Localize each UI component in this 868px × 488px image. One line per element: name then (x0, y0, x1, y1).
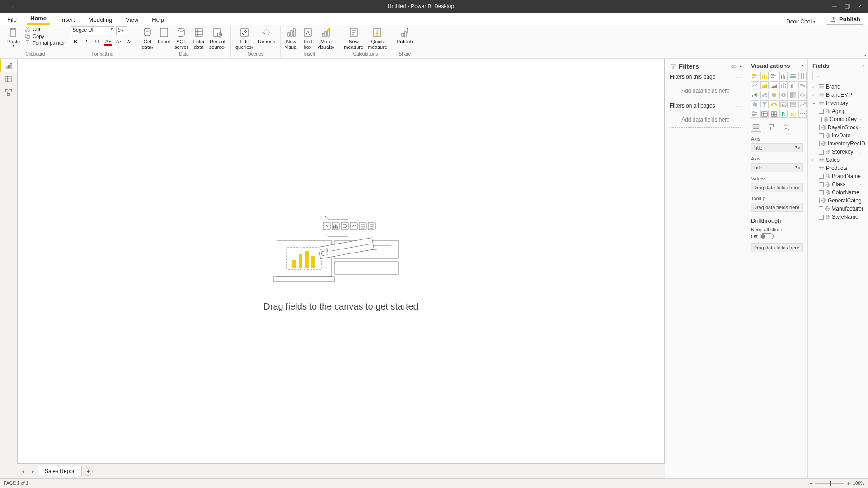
viz-clustered-column-icon[interactable] (779, 72, 788, 80)
viz-format-tab[interactable] (766, 122, 776, 132)
report-canvas[interactable]: Drag fields to the canvas to get started (17, 59, 665, 464)
page-tab[interactable]: Sales Report (39, 466, 82, 476)
remove-icon[interactable]: × (798, 145, 801, 150)
restore-button[interactable] (841, 0, 854, 13)
viz-100-stacked-column-icon[interactable] (798, 72, 807, 80)
field-checkbox[interactable] (819, 215, 824, 220)
viz-slicer-icon[interactable] (751, 110, 759, 118)
more-visuals-button[interactable]: More visuals (316, 26, 337, 50)
viz-funnel-icon[interactable] (760, 100, 769, 108)
viz-line-column-icon[interactable] (779, 81, 788, 89)
more-icon[interactable]: ··· (736, 74, 741, 80)
field-checkbox[interactable] (819, 198, 820, 203)
excel-button[interactable]: Excel (156, 26, 172, 44)
viz-line-icon[interactable] (751, 81, 759, 89)
eye-icon[interactable] (731, 63, 737, 70)
publish-button[interactable]: Publish (395, 26, 415, 44)
field-node[interactable]: DaysInStock··· (812, 123, 863, 131)
viz-card-icon[interactable]: 123 (779, 100, 788, 108)
menu-home[interactable]: Home (27, 13, 50, 25)
fields-search-input[interactable] (812, 71, 863, 80)
ribbon-collapse-icon[interactable] (864, 53, 866, 57)
axis-well-2[interactable]: Title× (751, 163, 803, 172)
format-painter-button[interactable]: Format painter (24, 40, 65, 46)
field-checkbox[interactable] (819, 125, 820, 130)
sql-server-button[interactable]: SQL server (173, 26, 190, 50)
viz-analytics-tab[interactable] (782, 122, 792, 132)
field-checkbox[interactable] (819, 174, 824, 179)
viz-matrix-icon[interactable] (770, 110, 778, 118)
viz-map-icon[interactable] (798, 91, 807, 99)
viz-100-stacked-bar-icon[interactable] (789, 72, 797, 80)
viz-kpi-icon[interactable] (798, 100, 807, 108)
font-size-select[interactable]: 9 (116, 26, 127, 35)
viz-stacked-area-icon[interactable] (770, 81, 778, 89)
italic-button[interactable]: I (82, 37, 91, 46)
zoom-control[interactable]: − + 100% (809, 480, 864, 487)
menu-view[interactable]: View (122, 14, 142, 25)
field-checkbox[interactable] (819, 190, 824, 195)
axis-well-1[interactable]: Title× (751, 143, 803, 152)
zoom-slider[interactable] (815, 483, 844, 484)
viz-waterfall-icon[interactable] (751, 91, 759, 99)
more-icon[interactable]: ··· (859, 124, 865, 131)
viz-stacked-bar-icon[interactable] (751, 72, 759, 80)
field-checkbox[interactable] (819, 117, 822, 122)
field-checkbox[interactable] (819, 150, 824, 155)
values-well[interactable]: Drag data fields here (751, 183, 803, 192)
all-pages-filter-well[interactable]: Add data fields here (670, 112, 741, 128)
viz-more-icon[interactable] (798, 110, 807, 118)
chevron-down-icon[interactable] (795, 165, 797, 170)
viz-donut-icon[interactable] (779, 91, 788, 99)
refresh-button[interactable]: Refresh (256, 26, 277, 44)
add-page-button[interactable]: + (84, 467, 93, 476)
viz-clustered-bar-icon[interactable] (770, 72, 778, 80)
field-node[interactable]: InventoryRecID (812, 140, 863, 148)
recent-sources-button[interactable]: Recent source (207, 26, 228, 50)
close-button[interactable] (854, 0, 866, 13)
new-visual-button[interactable]: New visual (283, 26, 300, 50)
viz-area-icon[interactable] (760, 81, 769, 89)
viz-treemap-icon[interactable] (789, 91, 797, 99)
grow-font-button[interactable]: A▴ (114, 37, 123, 46)
field-node[interactable]: InvDate (812, 131, 863, 140)
edit-queries-button[interactable]: Edit queries (234, 26, 255, 50)
table-node[interactable]: ⌄Products (812, 164, 863, 172)
field-node[interactable]: Manufacturer (812, 205, 863, 213)
table-node[interactable]: ›BrandEMP (812, 91, 863, 99)
enter-data-button[interactable]: Enter data (191, 26, 206, 50)
quick-measure-button[interactable]: Quick measure (366, 26, 389, 50)
publish-button-header[interactable]: Publish (826, 14, 864, 25)
viz-pie-icon[interactable] (770, 91, 778, 99)
field-checkbox[interactable] (819, 141, 820, 146)
zoom-in-button[interactable]: + (847, 480, 850, 487)
page-prev-button[interactable]: ◂ (19, 468, 27, 474)
text-box-button[interactable]: AText box (300, 26, 315, 50)
minimize-button[interactable] (828, 0, 841, 13)
viz-gauge-icon[interactable] (770, 100, 778, 108)
bold-button[interactable]: B (71, 37, 80, 46)
menu-insert[interactable]: Insert (56, 14, 79, 25)
font-color-button[interactable]: A (103, 37, 113, 46)
zoom-out-button[interactable]: − (809, 480, 812, 487)
field-checkbox[interactable] (819, 182, 824, 187)
table-node[interactable]: ›Sales (812, 156, 863, 164)
remove-icon[interactable]: × (798, 165, 801, 170)
more-icon[interactable]: ··· (858, 181, 863, 188)
new-measure-button[interactable]: New measure (342, 26, 365, 50)
field-node[interactable]: GeneralCateg... (812, 197, 863, 205)
collapse-pane-icon[interactable]: › (737, 65, 744, 67)
keep-filters-toggle[interactable] (760, 233, 774, 239)
viz-filled-map-icon[interactable] (751, 100, 759, 108)
viz-scatter-icon[interactable] (760, 91, 769, 99)
field-checkbox[interactable] (819, 133, 824, 138)
viz-r-icon[interactable]: R (779, 110, 788, 118)
field-node[interactable]: ColorName (812, 188, 863, 197)
menu-help[interactable]: Help (148, 14, 168, 25)
field-node[interactable]: Storekey··· (812, 148, 863, 156)
viz-ribbon-icon[interactable] (798, 81, 807, 89)
page-filter-well[interactable]: Add data fields here (670, 83, 741, 99)
table-node[interactable]: ›Brand (812, 83, 863, 91)
menu-file[interactable]: File (4, 14, 20, 25)
paste-button[interactable]: Paste (5, 26, 22, 48)
